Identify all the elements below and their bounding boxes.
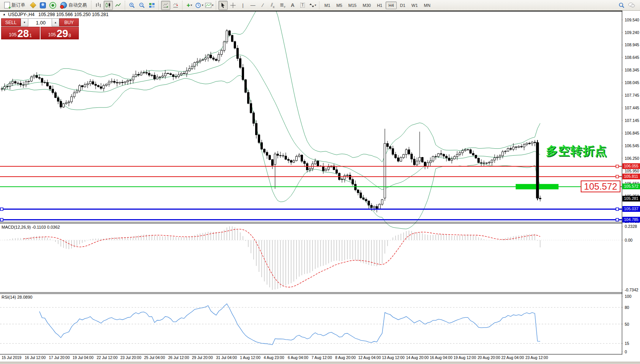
trendline-icon: ∕ bbox=[262, 2, 263, 8]
timeframe-m30[interactable]: M30 bbox=[360, 2, 373, 9]
horizontal-line-button[interactable]: — bbox=[248, 1, 257, 10]
collapse-icon[interactable]: ▲ bbox=[3, 13, 6, 16]
timeframe-d1[interactable]: D1 bbox=[397, 2, 408, 9]
tile-windows-button[interactable] bbox=[147, 1, 156, 10]
price-tag: 104.785 bbox=[622, 217, 640, 223]
market-watch-button[interactable] bbox=[28, 1, 37, 10]
mt4-window: 新订单 自动交易 bbox=[0, 0, 640, 364]
timeframe-h1[interactable]: H1 bbox=[374, 2, 385, 9]
time-axis-label: 25 Jul 04:00 bbox=[144, 356, 165, 360]
chart-canvas[interactable] bbox=[0, 11, 640, 354]
timeframe-m5[interactable]: M5 bbox=[334, 2, 345, 9]
buy-price-main: 29 bbox=[57, 29, 68, 38]
crosshair-button[interactable] bbox=[228, 1, 238, 10]
trade-panel-controls: SELL ▼ ▲ BUY bbox=[1, 18, 79, 26]
new-order-button[interactable]: 新订单 bbox=[2, 1, 28, 10]
axis-tick-label: 108.945 bbox=[625, 42, 639, 47]
time-axis[interactable]: 15 Jul 201916 Jul 12:0017 Jul 20:0019 Ju… bbox=[0, 355, 640, 362]
add-indicator-button[interactable]: +▾ bbox=[185, 1, 194, 10]
trade-panel-prices: 105 28 1 105 29 8 bbox=[1, 27, 79, 39]
new-order-label: 新订单 bbox=[11, 2, 25, 8]
axis-tick-label: 106.250 bbox=[625, 156, 639, 161]
equidistant-channel-button[interactable]: ⫽E bbox=[268, 1, 277, 10]
auto-trading-button[interactable]: 自动交易 bbox=[58, 1, 89, 10]
auto-trading-label: 自动交易 bbox=[68, 2, 87, 8]
toolbar-group-insert: +▾ ▾ ▾ bbox=[182, 1, 214, 10]
annotation-text[interactable]: 多空转折点 bbox=[546, 143, 607, 159]
symbol-ohlc: 105.298 105.566 105.250 105.281 bbox=[38, 12, 109, 17]
time-axis-label: 31 Jul 04:00 bbox=[216, 356, 237, 360]
toolbar-group-standard: 新订单 自动交易 bbox=[2, 1, 90, 10]
axis-tick-label: 0 bbox=[625, 349, 627, 354]
text-label-button[interactable]: T bbox=[298, 1, 307, 10]
timeframe-m15[interactable]: M15 bbox=[346, 2, 359, 9]
time-axis-label: 17 Jul 20:00 bbox=[49, 356, 70, 360]
price-tag: 105.281 bbox=[622, 196, 640, 202]
time-axis-label: 14 Aug 20:00 bbox=[406, 356, 429, 360]
periods-dropdown-icon: ▾ bbox=[202, 3, 203, 7]
candlestick-chart-icon bbox=[105, 2, 111, 8]
vertical-line-button[interactable]: | bbox=[238, 1, 248, 10]
equidistant-channel-icon: ⫽E bbox=[271, 2, 275, 8]
time-axis-label: 26 Jul 12:00 bbox=[168, 356, 189, 360]
chat-button[interactable] bbox=[627, 1, 636, 10]
timeframe-m1[interactable]: M1 bbox=[322, 2, 333, 9]
profiles-button[interactable] bbox=[38, 1, 47, 10]
timeframe-w1[interactable]: W1 bbox=[409, 2, 421, 9]
templates-button[interactable]: ▾ bbox=[205, 1, 214, 10]
axis-tick-label: 0.00 bbox=[625, 237, 632, 243]
chart-shift-icon bbox=[173, 2, 179, 8]
buy-price-button[interactable]: 105 29 8 bbox=[41, 27, 79, 39]
volume-field-wrap bbox=[28, 18, 52, 26]
axis-tick-label: 80 bbox=[625, 305, 629, 310]
price-axis[interactable]: 109.540109.240108.945108.645108.345108.0… bbox=[622, 11, 640, 354]
volume-input[interactable] bbox=[28, 19, 53, 27]
candlestick-chart-button[interactable] bbox=[104, 1, 113, 10]
time-axis-label: 19 Jul 04:00 bbox=[73, 356, 94, 360]
one-click-trading-panel: SELL ▼ ▲ BUY 105 28 1 105 29 8 bbox=[1, 18, 79, 39]
tile-windows-icon bbox=[149, 2, 155, 8]
sell-button[interactable]: SELL bbox=[1, 18, 21, 26]
timeframe-mn[interactable]: MN bbox=[421, 2, 433, 9]
price-tag: 105.811 bbox=[622, 174, 640, 179]
axis-tick-label: 0.2328 bbox=[625, 224, 637, 229]
time-axis-label: 23 Aug 12:00 bbox=[526, 356, 548, 360]
trendline-button[interactable]: ∕ bbox=[258, 1, 267, 10]
fibonacci-button[interactable]: ≣F bbox=[278, 1, 287, 10]
arrows-icon bbox=[309, 3, 314, 8]
timeframe-h4[interactable]: H4 bbox=[386, 2, 396, 9]
cursor-button[interactable] bbox=[218, 1, 228, 10]
zoom-out-button[interactable] bbox=[137, 1, 147, 10]
price-callout-box[interactable]: 105.572 bbox=[581, 180, 620, 192]
time-axis-label: 8 Aug 20:00 bbox=[335, 356, 355, 360]
periods-button[interactable]: ▾ bbox=[195, 1, 204, 10]
price-tag: 105.037 bbox=[622, 206, 640, 212]
time-axis-label: 15 Jul 2019 bbox=[2, 356, 21, 360]
axis-tick-label: 108.345 bbox=[625, 67, 639, 73]
rsi-label: RSI(14) 28.0890 bbox=[2, 295, 33, 299]
line-chart-button[interactable] bbox=[114, 1, 123, 10]
zoom-in-button[interactable] bbox=[127, 1, 137, 10]
time-axis-label: 16 Jul 12:00 bbox=[25, 356, 46, 360]
clock-icon bbox=[195, 2, 201, 8]
time-axis-label: 12 Aug 04:00 bbox=[358, 356, 381, 360]
macd-label: MACD(12,26,9) -0.1103 0.0362 bbox=[2, 225, 60, 229]
search-button[interactable] bbox=[617, 1, 626, 10]
arrows-button[interactable]: ▾ bbox=[308, 1, 317, 10]
chart-shift-button[interactable] bbox=[171, 1, 180, 10]
volume-dropdown-button[interactable]: ▼ bbox=[21, 18, 28, 26]
timeframe-bar: M1M5M15M30H1H4D1W1MN bbox=[321, 2, 433, 9]
auto-scroll-button[interactable] bbox=[161, 1, 170, 10]
bar-chart-button[interactable] bbox=[94, 1, 103, 10]
axis-tick-label: 109.240 bbox=[625, 30, 639, 35]
volume-up-button[interactable]: ▲ bbox=[52, 18, 59, 26]
signals-button[interactable] bbox=[48, 1, 57, 10]
price-tag: 106.055 bbox=[622, 163, 640, 169]
text-button[interactable]: A bbox=[288, 1, 297, 10]
buy-button[interactable]: BUY bbox=[59, 18, 79, 26]
search-icon bbox=[619, 2, 625, 8]
sell-price-button[interactable]: 105 28 1 bbox=[1, 27, 40, 39]
time-axis-label: 16 Aug 04:00 bbox=[430, 356, 453, 360]
zoom-in-icon bbox=[129, 2, 135, 8]
toolbar: 新订单 自动交易 bbox=[0, 0, 640, 11]
